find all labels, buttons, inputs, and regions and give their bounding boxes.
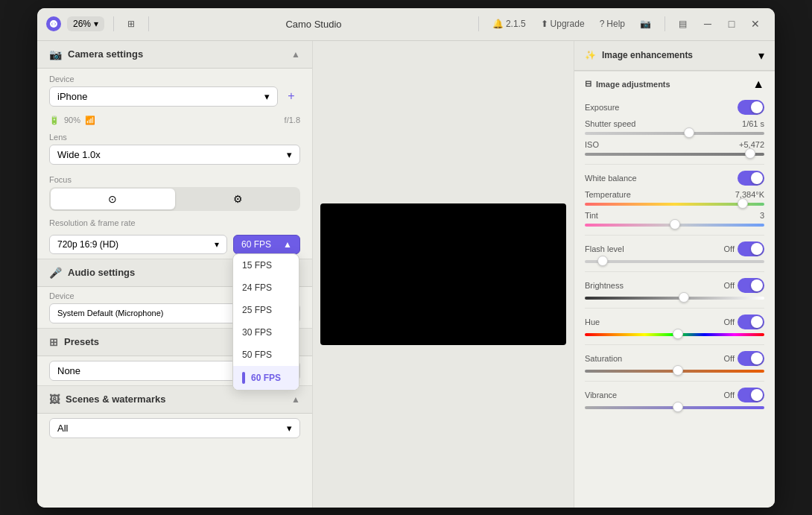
vibrance-slider[interactable] <box>585 405 764 410</box>
layout-icon[interactable]: ⊞ <box>123 17 139 31</box>
flash-thumb <box>597 256 608 266</box>
shutter-thumb <box>684 127 694 138</box>
temperature-thumb <box>738 198 748 209</box>
fps-option-30[interactable]: 30 FPS <box>233 321 299 344</box>
app-title: Camo Studio <box>158 19 469 30</box>
adjustments-section: Exposure Shutter speed 1/61 s <box>574 100 775 416</box>
fps-option-60[interactable]: 60 FPS <box>233 366 299 390</box>
device-select[interactable]: iPhone ▾ <box>49 86 278 107</box>
iso-slider[interactable] <box>585 152 764 157</box>
saturation-row: Saturation Off <box>585 344 764 373</box>
help-btn[interactable]: ? Help <box>595 17 629 31</box>
resolution-select[interactable]: 720p 16:9 (HD) ▾ <box>49 235 227 254</box>
saturation-toggle-knob <box>751 353 763 364</box>
resolution-row: 720p 16:9 (HD) ▾ 60 FPS ▲ 15 FPS 24 FPS <box>37 230 312 259</box>
white-balance-row: White balance Temperature 7,384°K <box>585 164 764 227</box>
title-bar: 26% ▾ ⊞ Camo Studio 🔔 2.1.5 ⬆ Upgrade ? … <box>37 8 775 41</box>
image-adjustments-chevron-icon: ▲ <box>752 78 764 91</box>
shutter-track <box>585 132 764 135</box>
saturation-label: Saturation <box>585 354 622 363</box>
resolution-chevron-icon: ▾ <box>215 239 219 250</box>
saturation-toggle-row: Off <box>724 351 764 366</box>
fps-value: 60 FPS <box>241 239 271 250</box>
svg-point-1 <box>52 22 55 25</box>
lens-section: Lens Wide 1.0x ▾ <box>37 130 312 171</box>
lens-value: Wide 1.0x <box>57 149 101 160</box>
saturation-toggle[interactable] <box>738 351 764 366</box>
tint-thumb <box>670 219 680 230</box>
sidebar-toggle-btn[interactable]: ▤ <box>674 17 691 31</box>
close-btn[interactable]: ✕ <box>745 13 766 34</box>
brightness-toggle-knob <box>751 279 763 291</box>
camera-settings-collapse-btn[interactable]: ▲ <box>291 49 300 60</box>
tint-label: Tint <box>585 211 598 220</box>
upgrade-btn[interactable]: ⬆ Upgrade <box>536 17 589 31</box>
lens-label: Lens <box>49 133 300 142</box>
brightness-label: Brightness <box>585 281 624 290</box>
resolution-value: 720p 16:9 (HD) <box>57 239 118 250</box>
hue-toggle-row: Off <box>724 315 764 329</box>
fps-24-label: 24 FPS <box>242 282 272 293</box>
main-content: 📷 Camera settings ▲ Device iPhone ▾ + <box>37 41 775 508</box>
fps-option-15[interactable]: 15 FPS <box>233 254 299 277</box>
exposure-toggle[interactable] <box>738 100 764 115</box>
flash-toggle-knob <box>751 243 763 255</box>
flash-toggle[interactable] <box>738 241 764 256</box>
scenes-collapse-btn[interactable]: ▲ <box>291 394 300 405</box>
left-panel: 📷 Camera settings ▲ Device iPhone ▾ + <box>37 41 313 508</box>
fps-30-label: 30 FPS <box>242 327 272 338</box>
audio-settings-label: Audio settings <box>68 267 135 278</box>
scenes-value-row: All ▾ <box>37 414 312 443</box>
zoom-selector[interactable]: 26% ▾ <box>67 16 104 31</box>
brightness-toggle[interactable] <box>738 278 764 293</box>
tint-slider[interactable] <box>585 223 764 227</box>
presets-value: None <box>57 365 80 376</box>
focus-manual-btn[interactable]: ⚙ <box>177 187 301 211</box>
resolution-label: Resolution & frame rate <box>49 218 300 227</box>
vibrance-label-row: Vibrance Off <box>585 388 764 402</box>
separator2 <box>148 16 149 31</box>
scenes-select[interactable]: All ▾ <box>49 418 300 438</box>
resolution-label-row: Resolution & frame rate <box>37 215 312 230</box>
audio-device-value: System Default (Microphone) <box>57 309 163 317</box>
vibrance-off-label: Off <box>724 391 735 399</box>
fps-select[interactable]: 60 FPS ▲ 15 FPS 24 FPS 25 FPS <box>233 235 300 254</box>
right-panel: ✨ Image enhancements ▾ ⊟ Image adjustmen… <box>574 41 775 508</box>
hue-toggle[interactable] <box>738 315 764 329</box>
brightness-slider[interactable] <box>585 296 764 300</box>
minimize-btn[interactable]: ─ <box>697 13 718 34</box>
white-balance-toggle[interactable] <box>738 171 764 186</box>
hue-slider[interactable] <box>585 332 764 337</box>
video-preview <box>320 203 566 345</box>
sliders-icon: ⊟ <box>585 79 591 89</box>
notifications-btn[interactable]: 🔔 2.1.5 <box>488 17 530 31</box>
device-row: Device iPhone ▾ + <box>37 69 312 113</box>
focus-label: Focus <box>49 175 300 184</box>
zoom-chevron-icon: ▾ <box>94 19 98 29</box>
add-device-btn[interactable]: + <box>282 87 300 105</box>
focus-tabs: ⊙ ⚙ <box>49 187 300 211</box>
image-enhancements-header[interactable]: ✨ Image enhancements ▾ <box>574 41 775 71</box>
device-label: Device <box>49 75 300 83</box>
wand-icon: ✨ <box>585 50 596 60</box>
lens-select[interactable]: Wide 1.0x ▾ <box>49 145 300 165</box>
shutter-slider[interactable] <box>585 131 764 136</box>
maximize-btn[interactable]: □ <box>721 13 742 34</box>
saturation-slider[interactable] <box>585 369 764 373</box>
temperature-slider[interactable] <box>585 202 764 206</box>
sep4 <box>664 16 665 31</box>
fps-option-25[interactable]: 25 FPS <box>233 299 299 321</box>
flash-slider[interactable] <box>585 259 764 264</box>
vibrance-toggle[interactable] <box>738 388 764 402</box>
iso-value: +5,472 <box>739 140 764 149</box>
vibrance-toggle-knob <box>751 389 763 401</box>
shutter-label-row: Shutter speed 1/61 s <box>585 119 764 128</box>
fps-option-50[interactable]: 50 FPS <box>233 344 299 366</box>
image-adjustments-label-row: ⊟ Image adjustments <box>585 79 670 89</box>
focus-auto-btn[interactable]: ⊙ <box>51 189 175 209</box>
presets-label: Presets <box>64 336 99 347</box>
brightness-toggle-row: Off <box>724 278 764 293</box>
tint-label-row: Tint 3 <box>585 211 764 220</box>
fps-option-24[interactable]: 24 FPS <box>233 277 299 299</box>
camera-btn[interactable]: 📷 <box>635 17 656 31</box>
